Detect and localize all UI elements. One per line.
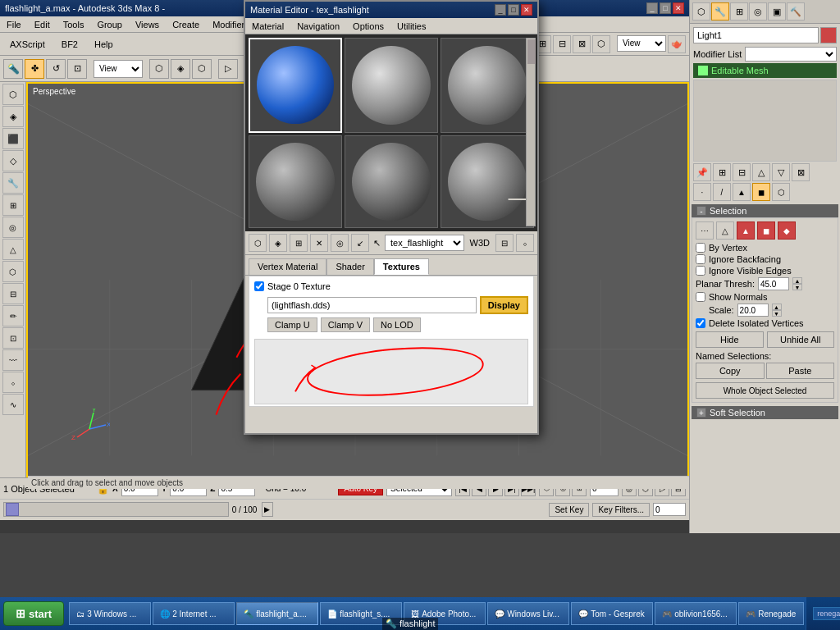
left-btn-7[interactable]: ◎ [2, 217, 24, 238]
minimize-button[interactable]: _ [646, 2, 658, 14]
editable-mesh-item[interactable]: Editable Mesh [693, 63, 837, 78]
modify-tab[interactable]: 🔧 [711, 2, 729, 21]
taskbar-item-photoshop[interactable]: 🖼 Adobe Photo... [404, 602, 486, 625]
polygon-tab[interactable]: ◼ [752, 183, 770, 201]
by-vertex-checkbox[interactable] [696, 243, 705, 253]
sel-dotted-icon[interactable]: ⋯ [696, 221, 714, 240]
mat-sphere-6[interactable] [441, 135, 534, 229]
modifier-dropdown[interactable] [745, 47, 837, 62]
mat-tool-6[interactable]: ↙ [351, 234, 369, 252]
thresh-up-btn[interactable]: ▲ [792, 277, 802, 284]
ax-menu-bf2[interactable]: BF2 [55, 38, 84, 51]
ax-menu-help[interactable]: Help [88, 38, 120, 51]
delete-isolated-checkbox[interactable] [696, 318, 705, 328]
hide-btn[interactable]: Hide [696, 331, 764, 348]
left-btn-4[interactable]: ◇ [2, 150, 24, 171]
clamp-u-btn[interactable]: Clamp U [267, 317, 317, 332]
toolbar-btn-a[interactable]: ⬡ [149, 59, 169, 79]
face-tab[interactable]: ▲ [733, 183, 751, 201]
left-btn-11[interactable]: ✏ [2, 305, 24, 326]
mat-tool-8[interactable]: ⬦ [516, 234, 534, 252]
scale-input[interactable] [737, 304, 769, 317]
tab-vertex-material[interactable]: Vertex Material [249, 258, 326, 275]
menu-edit[interactable]: Edit [28, 18, 57, 31]
mat-scrollbar[interactable] [526, 38, 536, 226]
mat-menu-material[interactable]: Material [245, 20, 290, 33]
motion-tab[interactable]: ◎ [749, 2, 767, 21]
hierarchy-tab[interactable]: ⊞ [730, 2, 748, 21]
ax-tool-btn-4[interactable]: ⬡ [592, 35, 610, 53]
object-color-swatch[interactable] [820, 27, 837, 43]
menu-file[interactable]: File [0, 18, 28, 31]
taskbar-item-oblivion[interactable]: 🎮 oblivion1656... [655, 602, 737, 625]
mat-tool-1[interactable]: ⬡ [249, 234, 267, 252]
left-btn-5[interactable]: 🔧 [2, 172, 24, 194]
sel-solid-tri-icon[interactable]: ▲ [737, 221, 755, 240]
close-button[interactable]: ✕ [673, 2, 684, 14]
left-btn-2[interactable]: ◈ [2, 106, 24, 127]
show-normals-checkbox[interactable] [696, 292, 705, 302]
menu-group[interactable]: Group [90, 18, 129, 31]
mat-restore-btn[interactable]: □ [508, 4, 519, 16]
no-lod-btn[interactable]: No LOD [373, 317, 421, 332]
frame-input[interactable] [653, 503, 686, 516]
paste-named-btn[interactable]: Paste [766, 363, 835, 379]
object-name-field[interactable] [693, 27, 819, 43]
undo-btn[interactable]: 🔦 [3, 59, 23, 79]
mat-name-dropdown[interactable]: tex_flashlight [385, 235, 464, 251]
rotate-btn[interactable]: ↺ [46, 59, 66, 79]
mod-btn-5[interactable]: ▽ [772, 163, 790, 181]
mat-sphere-2[interactable] [345, 38, 438, 133]
create-tab[interactable]: ⬡ [692, 2, 710, 21]
vertex-tab[interactable]: · [693, 183, 711, 201]
taskbar-item-windows[interactable]: 🗂 3 Windows ... [69, 602, 151, 625]
mat-tool-2[interactable]: ◈ [269, 234, 287, 252]
menu-create[interactable]: Create [166, 18, 206, 31]
left-btn-8[interactable]: △ [2, 239, 24, 260]
soft-selection-header[interactable]: + Soft Selection [692, 406, 838, 419]
menu-tools[interactable]: Tools [57, 18, 91, 31]
toolbar-btn-c[interactable]: ⬡ [192, 59, 212, 79]
sel-box-icon[interactable]: ◼ [757, 221, 775, 240]
soft-sel-plus-btn[interactable]: + [696, 408, 706, 418]
scale-btn[interactable]: ⊡ [67, 59, 87, 79]
taskbar-item-flashlight-b[interactable]: 📄 flashlight_s.... [320, 602, 402, 625]
stage0-display-btn[interactable]: Display [480, 296, 528, 314]
display-tab[interactable]: ▣ [768, 2, 786, 21]
select-btn[interactable]: ✤ [25, 59, 44, 79]
thresh-down-btn[interactable]: ▼ [792, 284, 802, 290]
taskbar-item-internet[interactable]: 🌐 2 Internet ... [153, 602, 235, 625]
left-btn-9[interactable]: ⬡ [2, 261, 24, 282]
mat-sphere-3[interactable] [441, 38, 534, 133]
set-key-btn[interactable]: Set Key [549, 503, 589, 517]
scale-spinner[interactable]: ▲ ▼ [772, 304, 782, 317]
toolbar-btn-d[interactable]: ▷ [218, 59, 238, 79]
scroll-right-btn[interactable]: ▶ [262, 502, 273, 517]
left-btn-1[interactable]: ⬡ [2, 84, 24, 105]
ignore-visible-edges-checkbox[interactable] [696, 266, 705, 276]
ax-view-dropdown[interactable]: View [617, 35, 666, 52]
panel-minus-btn[interactable]: - [696, 206, 706, 216]
clamp-v-btn[interactable]: Clamp V [321, 317, 370, 332]
timeline-track[interactable] [3, 502, 229, 517]
copy-named-btn[interactable]: Copy [696, 363, 765, 379]
mat-sphere-5[interactable] [345, 135, 438, 229]
sel-diamond-icon[interactable]: ◆ [778, 221, 796, 240]
left-btn-14[interactable]: ⬦ [2, 372, 24, 393]
ax-teapot-btn[interactable]: 🫖 [668, 35, 686, 53]
view-select[interactable]: View [94, 60, 143, 78]
menu-views[interactable]: Views [129, 18, 166, 31]
renegade-link-btn[interactable]: renegade mod links [813, 607, 840, 620]
mat-menu-utilities[interactable]: Utilities [390, 20, 432, 33]
taskbar-item-flashlight-a[interactable]: 🔦 flashlight_a.... [236, 602, 318, 625]
taskbar-item-tom[interactable]: 💬 Tom - Gesprek [571, 602, 653, 625]
unhide-all-btn[interactable]: Unhide All [767, 331, 835, 348]
planar-thresh-spinner[interactable]: ▲ ▼ [792, 277, 802, 290]
element-tab[interactable]: ⬡ [772, 183, 790, 201]
tab-textures[interactable]: Textures [374, 258, 429, 275]
selection-header[interactable]: - Selection [692, 204, 838, 217]
sel-tri-icon[interactable]: △ [716, 221, 734, 240]
ax-menu-axscript[interactable]: AXScript [3, 38, 52, 51]
mat-menu-options[interactable]: Options [346, 20, 390, 33]
utilities-tab[interactable]: 🔨 [787, 2, 805, 21]
